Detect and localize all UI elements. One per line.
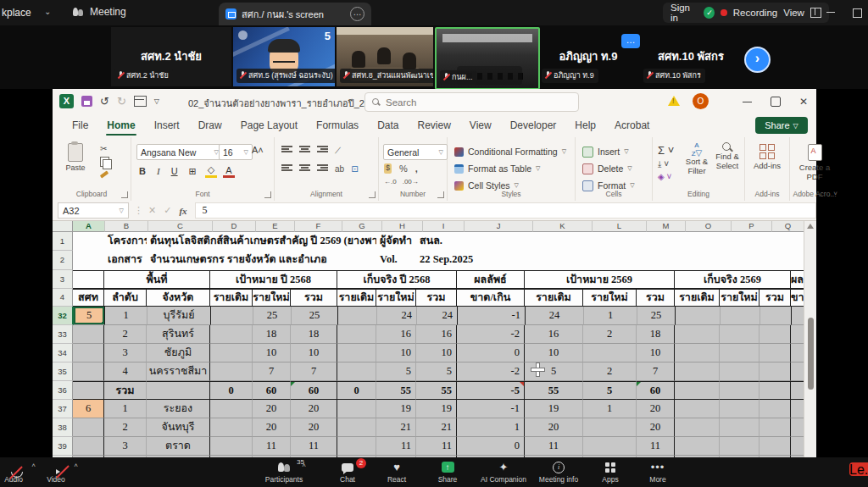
cell[interactable]: 1 <box>583 400 637 418</box>
row-header-37[interactable]: 37 <box>53 400 73 418</box>
cell[interactable] <box>675 232 720 251</box>
cell[interactable] <box>760 418 791 437</box>
cell[interactable]: 5 <box>376 362 416 381</box>
cell[interactable]: -2 <box>457 325 525 344</box>
borders-icon[interactable]: ⊞ <box>186 166 199 177</box>
font-color-icon[interactable]: A <box>223 165 234 178</box>
toolbar-button-more[interactable]: •••More <box>626 460 690 484</box>
column-header-K[interactable]: K <box>533 221 593 232</box>
cell[interactable]: ระยอง <box>147 400 210 418</box>
cell[interactable]: 10 <box>291 344 337 362</box>
cell[interactable] <box>337 418 376 437</box>
cell[interactable] <box>760 307 792 325</box>
number-dialog-launcher[interactable] <box>437 191 444 198</box>
tile-more-button[interactable]: … <box>621 34 640 48</box>
cancel-entry-icon[interactable]: ✕ <box>148 205 156 216</box>
cell[interactable]: 20 <box>637 400 675 418</box>
cell[interactable] <box>760 325 791 344</box>
number-format-select[interactable]: General▽ <box>383 144 448 160</box>
cell[interactable]: 4 <box>104 362 147 381</box>
cell[interactable] <box>637 251 675 270</box>
cell[interactable]: ตราด <box>147 437 210 456</box>
cell[interactable] <box>791 232 804 251</box>
row-header-1[interactable]: 1 <box>53 232 73 251</box>
cell[interactable]: 3 <box>104 344 147 362</box>
window-restore-button[interactable] <box>853 8 862 18</box>
cell[interactable]: 24 <box>417 307 458 325</box>
cell[interactable]: 19 <box>525 400 583 418</box>
tab-shared-screen[interactable]: สศก./ กนผ.'s screen … <box>219 3 371 25</box>
cell[interactable]: 20 <box>253 418 291 437</box>
cell[interactable]: 5 <box>74 307 105 325</box>
cell[interactable]: Vol. <box>376 251 416 270</box>
cell[interactable]: 16 <box>376 325 416 344</box>
cell[interactable] <box>760 400 791 418</box>
cell[interactable]: รายใหม่ <box>583 289 637 307</box>
cell[interactable] <box>337 437 376 456</box>
cell[interactable]: -1 <box>458 307 526 325</box>
column-header-P[interactable]: P <box>732 221 772 232</box>
cell[interactable]: 21 <box>416 418 457 437</box>
cell[interactable]: 10 <box>376 344 416 362</box>
account-avatar[interactable]: O <box>693 93 709 109</box>
cell[interactable]: 1 <box>584 307 637 325</box>
cell[interactable] <box>720 232 760 251</box>
cell[interactable] <box>210 437 253 456</box>
next-page-button[interactable]: › <box>744 47 771 73</box>
cell[interactable]: 11 <box>376 437 416 456</box>
cell[interactable]: 10 <box>637 344 675 362</box>
cell[interactable]: 60 <box>253 381 291 400</box>
cell[interactable]: 7 <box>637 362 675 381</box>
format-painter-icon[interactable] <box>100 170 108 178</box>
cell[interactable]: พื้นที่ <box>104 270 210 289</box>
cell[interactable] <box>210 418 253 437</box>
copy-icon[interactable] <box>100 157 109 167</box>
cell[interactable] <box>675 344 720 362</box>
cell[interactable]: รวม <box>416 289 457 307</box>
decrease-decimal-icon[interactable]: .00→ <box>403 178 419 185</box>
cell[interactable] <box>525 251 583 270</box>
cell[interactable]: บุรีรัมย์ <box>147 307 211 325</box>
vertical-scrollbar[interactable] <box>804 221 816 457</box>
cell[interactable] <box>720 381 760 400</box>
cell[interactable]: 18 <box>637 325 675 344</box>
column-header-O[interactable]: O <box>686 221 732 232</box>
clipboard-dialog-launcher[interactable] <box>121 191 128 198</box>
cell[interactable]: 0 <box>337 381 376 400</box>
cell[interactable] <box>720 344 760 362</box>
cell[interactable]: 20 <box>525 418 583 437</box>
row-header-32[interactable]: 32 <box>53 307 74 325</box>
cell[interactable] <box>337 362 376 381</box>
cell[interactable]: 24 <box>377 307 417 325</box>
cell[interactable] <box>337 325 376 344</box>
cell[interactable] <box>337 344 376 362</box>
cell[interactable]: 55 <box>416 381 457 400</box>
formula-input[interactable]: 5 <box>195 202 816 219</box>
workspace-label[interactable]: kplace <box>2 7 31 19</box>
ribbon-tab-review[interactable]: Review <box>408 115 459 137</box>
cell[interactable] <box>73 362 104 381</box>
cell[interactable]: -2 <box>457 362 525 381</box>
format-as-table-button[interactable]: Format as Table▽ <box>454 162 566 175</box>
cell[interactable]: 11 <box>291 437 337 456</box>
currency-icon[interactable]: $ <box>384 163 392 174</box>
align-top-icon[interactable] <box>281 146 292 153</box>
cell[interactable] <box>791 325 804 344</box>
align-middle-icon[interactable] <box>299 146 310 153</box>
merge-center-icon[interactable]: ⊡ <box>351 164 358 174</box>
cell[interactable] <box>760 362 791 381</box>
align-center-icon[interactable] <box>299 164 310 172</box>
cell[interactable]: 0 <box>457 437 525 456</box>
cell[interactable]: ขา <box>791 289 804 307</box>
cell[interactable]: จันทบุรี <box>147 418 210 437</box>
video-tile[interactable]: สศท.2 นำชัยสศท.2 นำชัย <box>111 27 231 86</box>
scrollbar-thumb[interactable] <box>808 318 814 390</box>
redo-icon[interactable]: ↻ <box>117 95 126 108</box>
insert-cells-button[interactable]: Insert▽ <box>582 145 635 158</box>
cell[interactable]: รายเดิม <box>337 289 376 307</box>
cell[interactable]: 25 <box>637 307 676 325</box>
conditional-formatting-button[interactable]: Conditional Formatting▽ <box>454 145 566 158</box>
cell[interactable] <box>73 437 104 456</box>
cell[interactable]: ผลลัพธ์ <box>457 270 525 289</box>
cell[interactable]: 20 <box>253 400 291 418</box>
